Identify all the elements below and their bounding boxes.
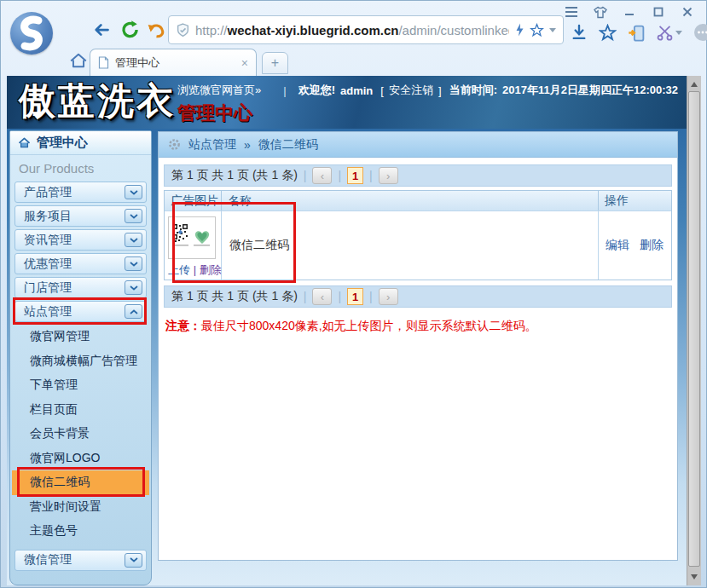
qrcode-table: 广告图片 名称 操作 bbox=[164, 190, 672, 280]
chevron-down-icon[interactable] bbox=[125, 553, 142, 568]
submenu-item-weisite-logo[interactable]: 微官网LOGO bbox=[10, 447, 151, 471]
prev-page-button[interactable]: ‹ bbox=[312, 288, 332, 305]
delete-image-link[interactable]: 删除 bbox=[200, 263, 222, 276]
col-header-operations: 操作 bbox=[599, 191, 671, 210]
header-separator: | bbox=[283, 84, 286, 97]
chevron-down-icon[interactable] bbox=[125, 280, 142, 295]
skin-tshirt-icon[interactable] bbox=[594, 6, 607, 18]
welcome-label: 欢迎您! bbox=[298, 83, 335, 98]
bookmark-star-icon[interactable] bbox=[530, 23, 544, 37]
screenshot-scissors-icon[interactable] bbox=[657, 25, 682, 41]
upload-link[interactable]: 上传 bbox=[168, 263, 190, 276]
header-info-bar: 浏览微官网首页» | 欢迎您! admin [ 安全注销 ] 当前时间:2017… bbox=[177, 83, 678, 98]
tab-admin-center[interactable]: 管理中心 × bbox=[90, 49, 257, 76]
main-content: 站点管理 » 微信二维码 第 1 页 共 1 页 (共 1 条) | ‹ | 1… bbox=[158, 131, 678, 561]
content-area: 第 1 页 共 1 页 (共 1 条) | ‹ | 1 | › 广告图片 名称 … bbox=[159, 158, 677, 334]
toolbar-quick-icons bbox=[571, 23, 707, 42]
scissors-dropdown-icon[interactable] bbox=[675, 31, 682, 35]
sidebar: 管理中心 Our Products 产品管理 服务项目 资讯管理 优惠管理 门店… bbox=[9, 130, 152, 585]
submenu-item-order-mgmt[interactable]: 下单管理 bbox=[10, 373, 151, 398]
favorites-star-icon[interactable] bbox=[599, 24, 617, 42]
logout-bracket-open: [ bbox=[380, 84, 384, 97]
urlbar-dropdown-icon[interactable] bbox=[549, 28, 556, 32]
table-row: 上传 | 删除 微信二维码 编辑 删除 bbox=[165, 210, 671, 280]
view-site-link[interactable]: 浏览微官网首页» bbox=[177, 83, 261, 98]
pagination-bottom: 第 1 页 共 1 页 (共 1 条) | ‹ | 1 | › bbox=[164, 285, 672, 308]
col-header-ad-image: 广告图片 bbox=[165, 191, 222, 210]
breadcrumb: 站点管理 » 微信二维码 bbox=[159, 132, 677, 158]
chevron-up-icon[interactable] bbox=[125, 304, 142, 319]
back-icon[interactable] bbox=[91, 21, 112, 38]
menu-label: 产品管理 bbox=[24, 185, 72, 200]
minimize-icon[interactable] bbox=[623, 6, 636, 18]
operations-cell: 编辑 删除 bbox=[599, 210, 671, 280]
logout-link[interactable]: 安全注销 bbox=[389, 83, 433, 98]
current-time: 当前时间:2017年11月2日星期四正午12:00:32 bbox=[449, 83, 678, 98]
chevron-down-icon[interactable] bbox=[125, 209, 142, 223]
pagination-info: 第 1 页 共 1 页 (共 1 条) bbox=[171, 168, 298, 183]
qrcode-thumbnail bbox=[168, 216, 216, 259]
submenu-item-column-pages[interactable]: 栏目页面 bbox=[10, 398, 151, 423]
submenu-item-wechat-qrcode[interactable]: 微信二维码 bbox=[12, 470, 149, 495]
menu-label: 资讯管理 bbox=[24, 233, 72, 248]
gear-icon bbox=[168, 138, 181, 151]
current-page-button[interactable]: 1 bbox=[347, 167, 363, 184]
security-shield-icon bbox=[176, 23, 190, 37]
refresh-icon[interactable] bbox=[120, 20, 140, 39]
submenu-item-banner-ad-mgmt[interactable]: 微商城横幅广告管理 bbox=[10, 349, 151, 374]
next-page-button[interactable]: › bbox=[379, 288, 398, 305]
next-page-button[interactable]: › bbox=[379, 167, 398, 184]
address-bar[interactable]: http://wechat-xiyi.bluegrid.com.cn/admin… bbox=[168, 15, 564, 44]
time-label: 当前时间: bbox=[449, 84, 497, 96]
col-header-name: 名称 bbox=[222, 191, 599, 210]
submenu-item-member-card-bg[interactable]: 会员卡背景 bbox=[10, 422, 151, 447]
submenu-item-theme-color[interactable]: 主题色号 bbox=[10, 519, 151, 544]
site-mgmt-submenu: 微官网管理 微商城横幅广告管理 下单管理 栏目页面 会员卡背景 微官网LOGO … bbox=[10, 322, 151, 544]
username: admin bbox=[340, 84, 373, 97]
name-cell: 微信二维码 bbox=[222, 210, 599, 280]
url-text[interactable]: http://wechat-xiyi.bluegrid.com.cn/admin… bbox=[195, 23, 509, 37]
sidebar-item-news-mgmt[interactable]: 资讯管理 bbox=[14, 229, 147, 251]
maximize-icon[interactable] bbox=[652, 6, 665, 18]
prev-page-button[interactable]: ‹ bbox=[312, 167, 332, 184]
breadcrumb-page: 微信二维码 bbox=[258, 137, 318, 153]
sidebar-item-discount-mgmt[interactable]: 优惠管理 bbox=[14, 253, 147, 274]
menu-label: 微信管理 bbox=[24, 552, 72, 568]
tab-title: 管理中心 bbox=[115, 55, 235, 71]
lightning-icon[interactable] bbox=[514, 23, 524, 37]
chevron-down-icon[interactable] bbox=[125, 257, 142, 271]
home-icon[interactable] bbox=[69, 52, 88, 69]
download-icon[interactable] bbox=[571, 24, 588, 41]
submenu-item-business-hours[interactable]: 营业时间设置 bbox=[10, 495, 151, 520]
tab-close-icon[interactable]: × bbox=[241, 57, 248, 69]
scrollbar-down-icon[interactable] bbox=[687, 570, 701, 584]
sidebar-item-store-mgmt[interactable]: 门店管理 bbox=[14, 277, 147, 298]
page-header: 傲蓝洗衣 管理中心 浏览微官网首页» | 欢迎您! admin [ 安全注销 ]… bbox=[7, 76, 687, 129]
chevron-down-icon[interactable] bbox=[125, 233, 142, 247]
chevron-down-icon[interactable] bbox=[125, 185, 142, 199]
sidebar-item-site-mgmt[interactable]: 站点管理 bbox=[14, 301, 147, 322]
edit-link[interactable]: 编辑 bbox=[606, 238, 629, 253]
menu-label: 优惠管理 bbox=[24, 257, 72, 272]
send-to-phone-icon[interactable] bbox=[628, 24, 646, 42]
breadcrumb-section[interactable]: 站点管理 bbox=[188, 137, 236, 153]
browser-menu-icon[interactable] bbox=[565, 6, 578, 18]
site-logo-subtitle: 管理中心 bbox=[177, 101, 252, 126]
note-text: 注意：最佳尺寸800x420像素,如无上传图片，则显示系统默认二维码。 bbox=[165, 319, 670, 334]
sidebar-item-service-items[interactable]: 服务项目 bbox=[14, 205, 147, 227]
window-controls bbox=[565, 6, 694, 18]
close-icon[interactable] bbox=[681, 6, 694, 18]
more-options-icon[interactable] bbox=[693, 23, 707, 42]
pagination-top: 第 1 页 共 1 页 (共 1 条) | ‹ | 1 | › bbox=[164, 164, 672, 187]
scrollbar-up-icon[interactable] bbox=[687, 78, 701, 91]
new-tab-button[interactable]: + bbox=[262, 52, 288, 74]
sidebar-item-product-mgmt[interactable]: 产品管理 bbox=[14, 182, 147, 203]
page-scrollbar[interactable] bbox=[687, 76, 701, 585]
scrollbar-thumb[interactable] bbox=[688, 91, 700, 567]
sidebar-item-wechat-mgmt[interactable]: 微信管理 bbox=[14, 550, 147, 571]
current-page-button[interactable]: 1 bbox=[347, 288, 363, 305]
submenu-item-weisite-mgmt[interactable]: 微官网管理 bbox=[10, 325, 151, 349]
delete-link[interactable]: 删除 bbox=[640, 238, 664, 253]
page-icon bbox=[98, 56, 109, 69]
sidebar-header: 管理中心 bbox=[10, 131, 151, 155]
